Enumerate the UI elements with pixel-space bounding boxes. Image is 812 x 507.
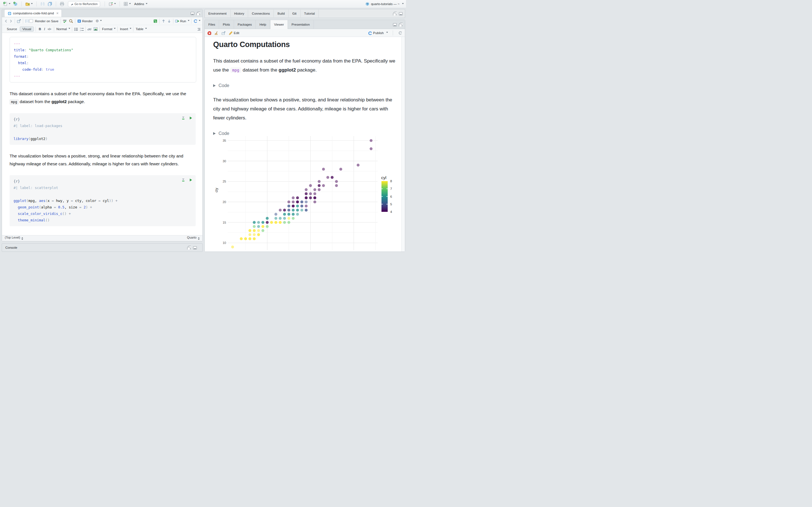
code-chunk-load-packages[interactable]: {r}#| label: load-packages library(ggplo…	[10, 113, 196, 145]
edit-button[interactable]: Edit	[229, 31, 239, 35]
goto-file-function-input[interactable]: Go to file/function	[68, 1, 100, 7]
tab-presentation[interactable]: Presentation	[288, 20, 314, 29]
italic-button[interactable]: I	[43, 27, 47, 31]
save-button[interactable]	[40, 1, 46, 7]
forward-icon[interactable]	[8, 19, 13, 23]
tab-build[interactable]: Build	[274, 10, 289, 17]
svg-text:cty: cty	[214, 187, 218, 192]
tab-connections[interactable]: Connections	[248, 10, 274, 17]
maximize-pane-icon[interactable]	[399, 11, 403, 15]
minimize-pane-icon[interactable]	[190, 11, 194, 15]
go-previous-section-icon[interactable]	[161, 19, 166, 23]
back-icon[interactable]	[4, 19, 8, 23]
workspace-panes-button[interactable]	[123, 1, 132, 7]
code-fold-toggle[interactable]: Code	[213, 131, 405, 136]
editor-paragraph[interactable]: This dataset contains a subset of the fu…	[10, 90, 196, 106]
tab-git[interactable]: Git	[289, 10, 301, 17]
svg-text:15: 15	[223, 221, 226, 224]
numbered-list-icon[interactable]	[80, 27, 84, 31]
run-icon[interactable]	[175, 19, 180, 23]
editor-tab-title: computations-code-fold.qmd	[13, 11, 54, 15]
chunk-code[interactable]: {r}#| label: scatterplot ggplot(mpg, aes…	[13, 178, 192, 223]
svg-text:10: 10	[223, 241, 226, 244]
svg-text:4: 4	[390, 210, 392, 214]
addins-menu[interactable]: Addins	[133, 2, 148, 6]
editor-tab[interactable]: computations-code-fold.qmd ✕	[4, 9, 62, 17]
tab-viewer[interactable]: Viewer	[270, 20, 288, 29]
render-label[interactable]: Render	[82, 19, 93, 23]
format-dropdown[interactable]: Format	[102, 27, 112, 31]
tab-plots[interactable]: Plots	[219, 20, 234, 29]
close-tab-icon[interactable]: ✕	[56, 11, 59, 15]
svg-text:20: 20	[223, 200, 226, 204]
run-chunk-icon[interactable]	[188, 178, 192, 182]
source-mode-button[interactable]: Source	[4, 27, 19, 31]
paragraph-style-dropdown[interactable]: Normal	[56, 27, 67, 31]
tab-help[interactable]: Help	[256, 20, 270, 29]
discard-viewer-icon[interactable]	[207, 31, 211, 35]
save-all-button[interactable]	[47, 1, 53, 7]
popout-viewer-icon[interactable]	[221, 31, 225, 35]
rendered-paragraph: This dataset contains a subset of the fu…	[213, 57, 396, 75]
publish-button[interactable]: Publish	[368, 31, 388, 35]
image-icon[interactable]	[93, 27, 98, 31]
insert-dropdown[interactable]: Insert	[120, 27, 128, 31]
render-on-save-checkbox[interactable]	[29, 19, 33, 23]
outline-location-selector[interactable]: (Top Level)	[5, 236, 23, 241]
code-format-button[interactable]: </>	[47, 27, 52, 31]
goto-arrow-icon	[70, 2, 73, 6]
render-icon[interactable]	[77, 19, 82, 23]
visual-mode-button[interactable]: Visual	[20, 26, 34, 32]
spellcheck-icon[interactable]	[63, 19, 67, 23]
source-rerun-icon[interactable]	[193, 19, 198, 23]
save-doc-icon[interactable]	[25, 19, 29, 23]
editor-status-bar: (Top Level) Quarto	[2, 235, 202, 241]
console-header[interactable]: Console	[2, 243, 203, 252]
run-chunks-above-icon[interactable]	[181, 116, 185, 120]
tab-tutorial[interactable]: Tutorial	[301, 10, 319, 17]
version-control-button[interactable]	[108, 1, 117, 7]
code-chunk-scatterplot[interactable]: {r}#| label: scatterplot ggplot(mpg, aes…	[10, 175, 196, 226]
run-label[interactable]: Run	[180, 19, 186, 23]
bold-button[interactable]: B	[38, 27, 43, 31]
editor-paragraph[interactable]: The visualization below shows a positive…	[10, 152, 196, 168]
maximize-pane-icon[interactable]	[196, 11, 200, 15]
new-project-button[interactable]	[12, 1, 18, 7]
insert-chunk-icon[interactable]	[153, 19, 158, 23]
popout-editor-icon[interactable]	[17, 19, 21, 23]
disclosure-triangle-icon	[213, 132, 216, 135]
svg-text:35: 35	[223, 139, 226, 142]
render-settings-gear-icon[interactable]: ⚙	[96, 19, 99, 23]
clear-viewer-icon[interactable]	[214, 31, 218, 35]
tab-history[interactable]: History	[231, 10, 248, 17]
yaml-block[interactable]: ---title: "Quarto Computations"format: h…	[10, 37, 196, 82]
minimize-pane-icon[interactable]	[393, 11, 397, 15]
doc-type-selector[interactable]: Quarto	[187, 236, 200, 241]
code-fold-toggle[interactable]: Code	[213, 83, 405, 88]
minimize-pane-icon[interactable]	[187, 245, 191, 249]
link-icon[interactable]	[87, 27, 91, 31]
run-chunk-icon[interactable]	[188, 116, 192, 120]
run-chunks-above-icon[interactable]	[181, 178, 185, 182]
refresh-viewer-icon[interactable]	[398, 31, 402, 35]
print-button[interactable]	[59, 1, 65, 7]
open-file-button[interactable]	[24, 1, 34, 7]
new-file-button[interactable]	[2, 1, 11, 7]
find-replace-icon[interactable]	[69, 19, 73, 23]
tab-environment[interactable]: Environment	[205, 10, 231, 17]
table-dropdown[interactable]: Table	[136, 27, 144, 31]
maximize-pane-icon[interactable]	[193, 245, 197, 249]
go-next-section-icon[interactable]	[167, 19, 171, 23]
editor-content[interactable]: ---title: "Quarto Computations"format: h…	[2, 33, 202, 235]
chunk-code[interactable]: {r}#| label: load-packages library(ggplo…	[13, 116, 192, 142]
bullet-list-icon[interactable]	[74, 27, 78, 31]
outline-toggle-icon[interactable]	[197, 27, 200, 31]
tab-files[interactable]: Files	[205, 20, 219, 29]
minimize-pane-icon[interactable]	[393, 22, 397, 26]
project-menu[interactable]: quarto-tutorials — ~	[365, 2, 404, 6]
viewer-scrollbar[interactable]	[401, 37, 405, 251]
svg-text:cyl: cyl	[381, 175, 386, 180]
maximize-pane-icon[interactable]	[399, 22, 403, 26]
editor-tabbar: computations-code-fold.qmd ✕	[2, 9, 202, 17]
tab-packages[interactable]: Packages	[234, 20, 256, 29]
